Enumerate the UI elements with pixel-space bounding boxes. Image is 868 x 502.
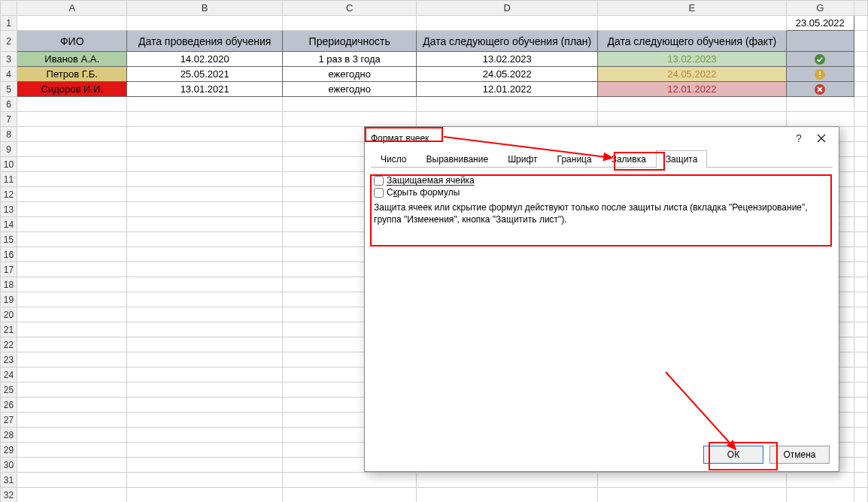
row-header-17[interactable]: 17 bbox=[1, 262, 17, 277]
cell-E1[interactable] bbox=[598, 16, 787, 31]
cell-r11c0[interactable] bbox=[17, 172, 127, 187]
cell-D3[interactable]: 13.02.2023 bbox=[417, 52, 598, 67]
cell-r21c1[interactable] bbox=[127, 322, 283, 337]
cell-r7c4[interactable] bbox=[598, 112, 787, 127]
cell-r8c1[interactable] bbox=[127, 127, 283, 142]
row-header-6[interactable]: 6 bbox=[1, 97, 17, 112]
cell-r26c0[interactable] bbox=[17, 398, 127, 413]
cell-G5[interactable] bbox=[786, 82, 854, 97]
cell-r21c0[interactable] bbox=[17, 322, 127, 337]
cell-r13c0[interactable] bbox=[17, 202, 127, 217]
dialog-tab-2[interactable]: Шрифт bbox=[498, 150, 547, 168]
cell-r7c1[interactable] bbox=[127, 112, 283, 127]
cell-r6c4[interactable] bbox=[598, 97, 787, 112]
cell-r10c1[interactable] bbox=[127, 157, 283, 172]
dialog-tab-5[interactable]: Защита bbox=[656, 150, 708, 168]
cell-r19c1[interactable] bbox=[127, 292, 283, 307]
dialog-titlebar[interactable]: Формат ячеек ? bbox=[365, 127, 839, 150]
cell-r24c1[interactable] bbox=[127, 367, 283, 383]
row-header-22[interactable]: 22 bbox=[1, 337, 17, 352]
cell-r7c5[interactable] bbox=[786, 112, 854, 127]
cell-r11c1[interactable] bbox=[127, 172, 283, 187]
cell-C4[interactable]: ежегодно bbox=[282, 67, 416, 82]
row-header-3[interactable]: 3 bbox=[1, 52, 17, 67]
cell-r18c0[interactable] bbox=[17, 277, 127, 292]
cell-D1[interactable] bbox=[417, 16, 598, 31]
cell-r26c1[interactable] bbox=[127, 398, 283, 413]
row-header-31[interactable]: 31 bbox=[1, 473, 17, 488]
cell-r24c6[interactable] bbox=[854, 367, 867, 383]
cell-r14c6[interactable] bbox=[854, 217, 867, 232]
cell-C5[interactable]: ежегодно bbox=[282, 82, 416, 97]
cell-r31c4[interactable] bbox=[598, 473, 787, 488]
cell-r8c0[interactable] bbox=[17, 127, 127, 142]
row-header-28[interactable]: 28 bbox=[1, 428, 17, 443]
cell-r6c3[interactable] bbox=[417, 97, 598, 112]
cell-r12c0[interactable] bbox=[17, 187, 127, 202]
row-header-10[interactable]: 10 bbox=[1, 157, 17, 172]
cell-r12c6[interactable] bbox=[854, 187, 867, 202]
cell-r29c0[interactable] bbox=[17, 443, 127, 458]
cancel-button[interactable]: Отмена bbox=[769, 446, 830, 464]
cell-B4[interactable]: 25.05.2021 bbox=[127, 67, 283, 82]
cell-r32c6[interactable] bbox=[854, 488, 867, 503]
cell-G4[interactable] bbox=[786, 67, 854, 82]
cell-A3[interactable]: Иванов А.А. bbox=[17, 52, 127, 67]
cell-r32c1[interactable] bbox=[127, 488, 283, 503]
cell-A4[interactable]: Петров Г.Б. bbox=[17, 67, 127, 82]
row-header-25[interactable]: 25 bbox=[1, 383, 17, 398]
cell-r32c4[interactable] bbox=[598, 488, 787, 503]
cell-r10c0[interactable] bbox=[17, 157, 127, 172]
row-header-1[interactable]: 1 bbox=[1, 16, 17, 31]
cell-A2[interactable]: ФИО bbox=[17, 31, 127, 52]
cell-r6c6[interactable] bbox=[854, 97, 867, 112]
row-header-14[interactable]: 14 bbox=[1, 217, 17, 232]
cell-r22c6[interactable] bbox=[854, 337, 867, 352]
cell-r28c1[interactable] bbox=[127, 428, 283, 443]
cell-r17c0[interactable] bbox=[17, 262, 127, 277]
cell-r32c0[interactable] bbox=[17, 488, 127, 503]
dialog-tab-4[interactable]: Заливка bbox=[602, 150, 656, 168]
cell-r31c5[interactable] bbox=[786, 473, 854, 488]
row-header-9[interactable]: 9 bbox=[1, 142, 17, 157]
cell-r29c1[interactable] bbox=[127, 443, 283, 458]
row-header-16[interactable]: 16 bbox=[1, 247, 17, 262]
cell-E4[interactable]: 24.05.2022 bbox=[598, 67, 787, 82]
cell-r6c0[interactable] bbox=[17, 97, 127, 112]
cell-E5[interactable]: 12.01.2022 bbox=[598, 82, 787, 97]
cell-r20c1[interactable] bbox=[127, 307, 283, 322]
cell-r32c2[interactable] bbox=[282, 488, 416, 503]
cell-E3[interactable]: 13.02.2023 bbox=[598, 52, 787, 67]
cell-D4[interactable]: 24.05.2022 bbox=[417, 67, 598, 82]
cell-H4[interactable] bbox=[854, 67, 867, 82]
cell-A5[interactable]: Сидоров И.И. bbox=[17, 82, 127, 97]
row-header-27[interactable]: 27 bbox=[1, 413, 17, 428]
cell-r22c1[interactable] bbox=[127, 337, 283, 352]
row-header-26[interactable]: 26 bbox=[1, 398, 17, 413]
cell-C1[interactable] bbox=[282, 16, 416, 31]
row-header-32[interactable]: 32 bbox=[1, 488, 17, 503]
row-header-24[interactable]: 24 bbox=[1, 367, 17, 383]
row-header-18[interactable]: 18 bbox=[1, 277, 17, 292]
row-header-8[interactable]: 8 bbox=[1, 127, 17, 142]
cell-r21c6[interactable] bbox=[854, 322, 867, 337]
cell-r14c0[interactable] bbox=[17, 217, 127, 232]
cell-r24c0[interactable] bbox=[17, 367, 127, 383]
cell-B3[interactable]: 14.02.2020 bbox=[127, 52, 283, 67]
cell-G2[interactable] bbox=[786, 31, 854, 52]
locked-cell-checkbox[interactable] bbox=[374, 176, 384, 186]
col-header-C[interactable]: C bbox=[282, 1, 416, 16]
row-header-23[interactable]: 23 bbox=[1, 352, 17, 367]
cell-r27c6[interactable] bbox=[854, 413, 867, 428]
row-header-15[interactable]: 15 bbox=[1, 232, 17, 247]
cell-r31c3[interactable] bbox=[417, 473, 598, 488]
cell-r28c6[interactable] bbox=[854, 428, 867, 443]
cell-r15c1[interactable] bbox=[127, 232, 283, 247]
cell-r31c1[interactable] bbox=[127, 473, 283, 488]
row-header-30[interactable]: 30 bbox=[1, 458, 17, 473]
cell-C3[interactable]: 1 раз в 3 года bbox=[282, 52, 416, 67]
cell-r32c3[interactable] bbox=[417, 488, 598, 503]
cell-r31c2[interactable] bbox=[282, 473, 416, 488]
row-header-20[interactable]: 20 bbox=[1, 307, 17, 322]
cell-r17c6[interactable] bbox=[854, 262, 867, 277]
